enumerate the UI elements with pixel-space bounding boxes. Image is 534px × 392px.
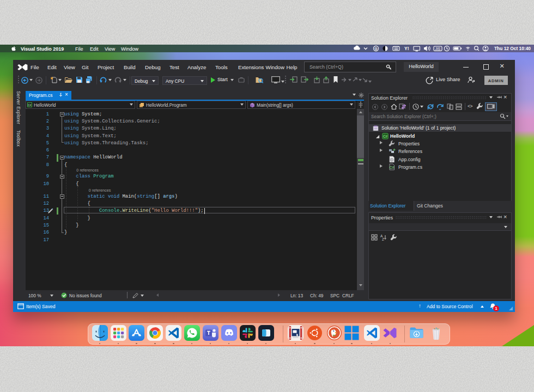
svg-text:C#: C#	[390, 166, 395, 169]
svg-text:G: G	[374, 47, 378, 51]
svg-text:C#: C#	[383, 134, 388, 138]
svg-text:Z: Z	[382, 237, 384, 241]
svg-text:Y!: Y!	[404, 46, 409, 51]
svg-text:JIS: JIS	[435, 47, 441, 51]
